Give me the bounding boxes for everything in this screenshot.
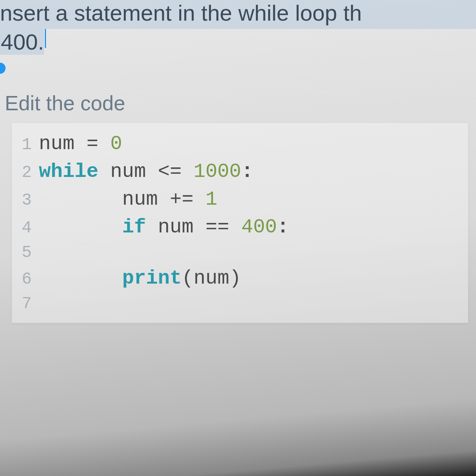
code-line[interactable]: 6 print(num) [12,265,468,292]
instruction-text-line1: nsert a statement in the while loop th [0,0,476,29]
line-number: 1 [16,133,32,157]
code-content[interactable]: num = 0 [39,130,122,158]
code-line[interactable]: 1num = 0 [12,130,468,158]
line-number: 3 [16,189,32,212]
code-line[interactable]: 7 [12,292,468,316]
code-content[interactable]: while num <= 1000: [39,158,253,186]
cursor-handle[interactable] [0,63,6,74]
code-content[interactable]: print(num) [39,265,241,292]
code-line[interactable]: 4 if num == 400: [12,213,468,241]
code-content[interactable]: num += 1 [39,186,217,213]
line-number: 2 [16,161,32,184]
code-editor[interactable]: 1num = 02while num <= 1000:3 num += 14 i… [12,123,468,323]
line-number: 6 [16,268,32,291]
code-content[interactable]: if num == 400: [39,213,289,241]
section-title: Edit the code [5,91,476,115]
code-line[interactable]: 2while num <= 1000: [12,158,468,186]
text-cursor [45,29,46,48]
instruction-text-line2: 400. [0,29,476,67]
code-line[interactable]: 5 [12,241,468,265]
code-line[interactable]: 3 num += 1 [12,186,468,213]
line-number: 4 [16,217,32,240]
line-number: 7 [16,292,32,316]
line-number: 5 [16,241,32,265]
